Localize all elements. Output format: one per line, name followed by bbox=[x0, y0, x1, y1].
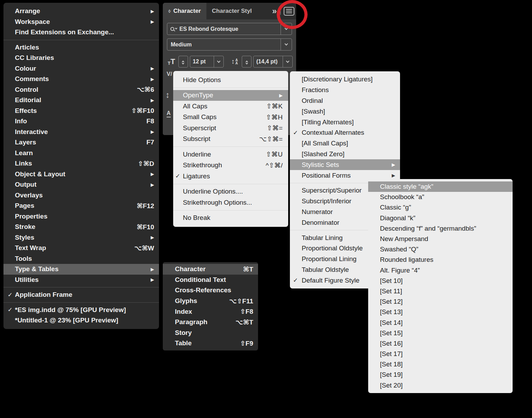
menu-item-swashed-q[interactable]: Swashed “Q” bbox=[368, 244, 513, 255]
menu-item-set-11[interactable]: [Set 11] bbox=[368, 286, 513, 296]
character-panel-menu: Hide OptionsOpenType▶All Caps⇧⌘KSmall Ca… bbox=[173, 71, 288, 227]
menu-item-tools[interactable]: Tools bbox=[3, 254, 159, 264]
menu-separator bbox=[173, 184, 288, 184]
menu-item-utilities[interactable]: Utilities▶ bbox=[3, 275, 159, 285]
menu-item-stroke[interactable]: Stroke⌘F10 bbox=[3, 222, 159, 232]
leading-stepper[interactable] bbox=[242, 56, 251, 68]
menu-item-styles[interactable]: Styles▶ bbox=[3, 232, 159, 243]
menu-item-set-17[interactable]: [Set 17] bbox=[368, 349, 513, 359]
menu-item-learn[interactable]: Learn bbox=[3, 148, 159, 159]
menu-item-titling-alternates[interactable]: [Titling Alternates] bbox=[290, 117, 400, 127]
menu-item-text-wrap[interactable]: Text Wrap⌥⌘W bbox=[3, 243, 159, 254]
menu-item-articles[interactable]: Articles bbox=[3, 42, 159, 53]
menu-item-find-extensions-on-exchange[interactable]: Find Extensions on Exchange... bbox=[3, 27, 159, 38]
font-style-select[interactable]: Medium bbox=[167, 38, 292, 51]
font-size-field[interactable]: 12 pt bbox=[190, 56, 224, 68]
menu-item-pages[interactable]: Pages⌘F12 bbox=[3, 201, 159, 211]
menu-item-control[interactable]: Control⌥⌘6 bbox=[3, 85, 159, 95]
tab-character-styles[interactable]: Character Styl bbox=[206, 3, 257, 19]
menu-item-links[interactable]: Links⇧⌘D bbox=[3, 158, 159, 169]
menu-item-overlays[interactable]: Overlays bbox=[3, 190, 159, 201]
leading-dropdown-icon[interactable] bbox=[283, 56, 292, 67]
menu-item-hide-options[interactable]: Hide Options bbox=[173, 74, 288, 86]
menu-item-story[interactable]: Story bbox=[163, 328, 258, 338]
menu-item-paragraph[interactable]: Paragraph⌥⌘T bbox=[163, 317, 258, 328]
menu-item-interactive[interactable]: Interactive▶ bbox=[3, 127, 159, 137]
menu-item-label: [All Small Caps] bbox=[302, 140, 348, 147]
menu-item-ordinal[interactable]: Ordinal bbox=[290, 96, 400, 106]
leading-field[interactable]: (14,4 pt) bbox=[253, 56, 293, 68]
menu-item-all-caps[interactable]: All Caps⇧⌘K bbox=[173, 101, 288, 112]
menu-item-output[interactable]: Output▶ bbox=[3, 179, 159, 190]
shortcut-label: ⌘T bbox=[236, 265, 253, 273]
menu-item-set-18[interactable]: [Set 18] bbox=[368, 359, 513, 370]
menu-item-rounded-ligatures[interactable]: Rounded ligatures bbox=[368, 255, 513, 265]
menu-item-conditional-text[interactable]: Conditional Text bbox=[163, 275, 258, 285]
menu-item-es-img-indd-75-gpu-preview[interactable]: ✓*ES img.indd @ 75% [GPU Preview] bbox=[3, 305, 159, 315]
menu-item-label: Layers bbox=[15, 139, 36, 146]
menu-item-cross-references[interactable]: Cross-References bbox=[163, 285, 258, 296]
menu-item-arrange[interactable]: Arrange▶ bbox=[3, 6, 159, 17]
panel-overflow-icon[interactable]: » bbox=[272, 7, 277, 15]
menu-item-classic-style-agk[interactable]: Classic style “agk” bbox=[368, 181, 513, 192]
menu-item-comments[interactable]: Comments▶ bbox=[3, 74, 159, 85]
menu-item-schoolbook-a[interactable]: Schoolbook “a” bbox=[368, 192, 513, 202]
menu-item-application-frame[interactable]: ✓Application Frame bbox=[3, 290, 159, 300]
menu-item-layers[interactable]: LayersF7 bbox=[3, 137, 159, 148]
menu-item-new-ampersand[interactable]: New Ampersand bbox=[368, 234, 513, 244]
menu-item-index[interactable]: Index⇧F8 bbox=[163, 306, 258, 317]
menu-item-glyphs[interactable]: Glyphs⌥⇧F11 bbox=[163, 296, 258, 306]
menu-item-ligatures[interactable]: ✓Ligatures bbox=[173, 171, 288, 182]
menu-item-alt-figure-4[interactable]: Alt. Figure “4” bbox=[368, 265, 513, 276]
menu-item-fractions[interactable]: Fractions bbox=[290, 85, 400, 96]
menu-item-cc-libraries[interactable]: CC Libraries bbox=[3, 53, 159, 63]
menu-item-discretionary-ligatures[interactable]: [Discretionary Ligatures] bbox=[290, 74, 400, 85]
menu-item-set-12[interactable]: [Set 12] bbox=[368, 296, 513, 307]
menu-item-underline-options[interactable]: Underline Options.... bbox=[173, 186, 288, 197]
font-size-stepper[interactable] bbox=[178, 56, 188, 68]
menu-item-set-10[interactable]: [Set 10] bbox=[368, 276, 513, 286]
menu-item-swash[interactable]: [Swash] bbox=[290, 106, 400, 117]
shortcut-label: ⇧F8 bbox=[233, 308, 253, 315]
menu-item-underline[interactable]: Underline⇧⌘U bbox=[173, 149, 288, 160]
menu-item-set-19[interactable]: [Set 19] bbox=[368, 370, 513, 380]
menu-item-untitled-1-23-gpu-preview[interactable]: *Untitled-1 @ 23% [GPU Preview] bbox=[3, 315, 159, 326]
menu-item-effects[interactable]: Effects⇧⌘F10 bbox=[3, 106, 159, 116]
menu-item-strikethrough[interactable]: Strikethrough^⇧⌘/ bbox=[173, 160, 288, 171]
menu-item-label: [Set 10] bbox=[380, 277, 403, 285]
menu-item-small-caps[interactable]: Small Caps⇧⌘H bbox=[173, 112, 288, 123]
menu-item-stylistic-sets[interactable]: Stylistic Sets▶ bbox=[290, 159, 400, 170]
menu-item-object-layout[interactable]: Object & Layout▶ bbox=[3, 169, 159, 180]
menu-item-opentype[interactable]: OpenType▶ bbox=[173, 90, 288, 101]
menu-item-editorial[interactable]: Editorial▶ bbox=[3, 95, 159, 106]
menu-item-info[interactable]: InfoF8 bbox=[3, 116, 159, 127]
tab-character[interactable]: ◊ Character bbox=[163, 3, 206, 19]
menu-item-workspace[interactable]: Workspace▶ bbox=[3, 17, 159, 27]
menu-item-label: Character bbox=[175, 265, 206, 273]
menu-item-superscript[interactable]: Superscript⇧⌘= bbox=[173, 123, 288, 134]
menu-item-set-13[interactable]: [Set 13] bbox=[368, 307, 513, 317]
menu-item-character[interactable]: Character⌘T bbox=[163, 264, 258, 275]
menu-item-set-20[interactable]: [Set 20] bbox=[368, 380, 513, 391]
menu-item-properties[interactable]: Properties bbox=[3, 211, 159, 222]
menu-item-no-break[interactable]: No Break bbox=[173, 213, 288, 224]
menu-item-table[interactable]: Table⇧F9 bbox=[163, 338, 258, 349]
menu-item-all-small-caps[interactable]: [All Small Caps] bbox=[290, 138, 400, 149]
menu-item-colour[interactable]: Colour▶ bbox=[3, 63, 159, 74]
menu-item-set-14[interactable]: [Set 14] bbox=[368, 317, 513, 328]
menu-item-label: Links bbox=[15, 160, 32, 167]
menu-item-slashed-zero[interactable]: [Slashed Zero] bbox=[290, 149, 400, 160]
menu-item-set-15[interactable]: [Set 15] bbox=[368, 328, 513, 338]
font-family-select[interactable]: ES Rebond Grotesque bbox=[167, 23, 292, 35]
menu-item-classic-g[interactable]: Classic “g” bbox=[368, 202, 513, 213]
font-size-dropdown-icon[interactable] bbox=[214, 56, 223, 67]
menu-item-descending-f-and-germandbls[interactable]: Descending “f” and “germandbls” bbox=[368, 223, 513, 234]
menu-item-set-16[interactable]: [Set 16] bbox=[368, 338, 513, 349]
menu-item-type-tables[interactable]: Type & Tables▶ bbox=[3, 264, 159, 275]
menu-item-strikethrough-options[interactable]: Strikethrough Options... bbox=[173, 197, 288, 208]
submenu-arrow-icon: ▶ bbox=[144, 182, 154, 187]
menu-item-contextual-alternates[interactable]: ✓Contextual Alternates bbox=[290, 127, 400, 138]
menu-item-subscript[interactable]: Subscript⌥⇧⌘= bbox=[173, 134, 288, 145]
menu-item-diagonal-k[interactable]: Diagonal “k” bbox=[368, 213, 513, 223]
font-style-dropdown-icon[interactable] bbox=[281, 39, 292, 50]
